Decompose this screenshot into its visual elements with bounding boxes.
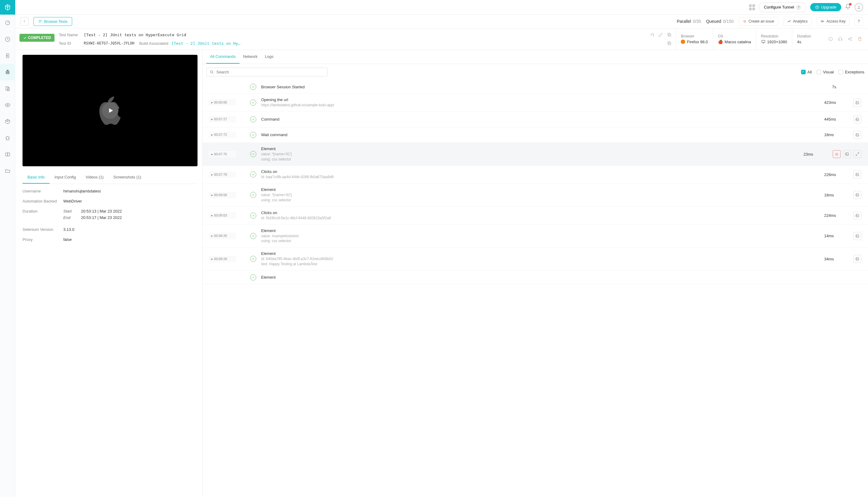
sidebar [0, 0, 15, 497]
timestamp-chip: ▸ 00:08:00 [209, 192, 236, 198]
apps-icon[interactable] [749, 4, 755, 10]
test-name-label: Test Name [59, 32, 80, 37]
sidebar-item-bugs[interactable] [0, 130, 15, 146]
svg-rect-32 [856, 133, 858, 136]
headset-icon[interactable] [837, 36, 844, 42]
tab-videos[interactable]: Videos (1) [80, 171, 108, 184]
sidebar-item-cube[interactable] [0, 113, 15, 130]
configure-tunnel-button[interactable]: Configure Tunnel? [759, 2, 807, 12]
filter-all[interactable]: All [801, 70, 812, 74]
video-player[interactable] [23, 55, 197, 166]
timestamp-chip: ▸ 00:07:27 [209, 116, 236, 123]
sidebar-item-realtime[interactable] [0, 31, 15, 47]
filter-visual[interactable]: Visual [816, 70, 834, 74]
screenshot-icon[interactable] [853, 171, 861, 179]
test-id-value: RSXWI-6ETG7-JQ5VL-JYLOH [84, 41, 134, 45]
command-row[interactable]: ▸ 00:07:78Clicks onid: baa7c4fb-aa4d-44b… [203, 166, 868, 184]
copy-icon[interactable] [666, 31, 673, 38]
sidebar-item-compare[interactable] [0, 146, 15, 162]
play-icon[interactable] [102, 102, 118, 119]
back-button[interactable] [20, 17, 29, 26]
resolution-cell: Resolution 1920×1080 [756, 28, 792, 49]
svg-point-4 [7, 72, 8, 73]
command-row[interactable]: ▸ 00:07:27Command445ms [203, 112, 868, 127]
timestamp-chip: ▸ 00:08:03 [209, 212, 236, 219]
logo[interactable] [0, 0, 15, 15]
command-row[interactable]: ▸ 00:07:72Wait command18ms [203, 127, 868, 143]
build-link[interactable]: [Test - 2] JUnit tests on Hy… [171, 41, 240, 46]
svg-rect-41 [856, 214, 858, 217]
screenshot-icon[interactable] [853, 115, 861, 123]
search-input[interactable] [216, 70, 324, 74]
timestamp-chip: ▸ 00:07:72 [209, 131, 236, 138]
tab-screenshots[interactable]: Screenshots (1) [108, 171, 146, 184]
screenshot-icon[interactable] [843, 150, 851, 158]
success-icon [250, 132, 256, 138]
command-row[interactable]: ▸ 00:08:03Clicks onid: f0d3fcc9-5e1c-46c… [203, 207, 868, 225]
search-input-wrapper[interactable] [206, 68, 327, 76]
share-icon[interactable] [847, 36, 853, 42]
sidebar-item-devices[interactable] [0, 81, 15, 97]
sidebar-item-visual[interactable] [0, 97, 15, 113]
command-row[interactable]: ▸ 00:08:28Elementid: 640da795-4bac-4b0f-… [203, 247, 868, 271]
avatar[interactable] [855, 3, 863, 12]
notifications-icon[interactable] [845, 4, 851, 11]
upgrade-button[interactable]: Upgrade [810, 3, 841, 11]
success-icon [250, 274, 256, 281]
sidebar-item-battery[interactable] [0, 47, 15, 64]
svg-rect-30 [856, 118, 858, 120]
tab-all-commands[interactable]: All Commands [206, 50, 239, 63]
svg-point-25 [851, 38, 852, 38]
analytics-button[interactable]: Analytics [783, 17, 812, 26]
start-label: Start [63, 209, 77, 213]
browse-tests-button[interactable]: Browse Tests [33, 17, 72, 26]
parallel-counter: Parallel0/35 [677, 19, 701, 24]
sort-icon[interactable] [649, 31, 656, 38]
command-row[interactable]: Browser Session Started7s [203, 80, 868, 94]
copy-build-icon[interactable] [666, 40, 673, 46]
success-icon [250, 192, 256, 198]
command-list: Browser Session Started7s▸ 00:00:00Openi… [203, 80, 868, 497]
screenshot-icon[interactable] [853, 212, 861, 219]
sidebar-item-folder[interactable] [0, 162, 15, 179]
build-label: Build Associated [139, 41, 168, 46]
svg-point-14 [744, 20, 745, 23]
command-row[interactable]: Element [203, 271, 868, 284]
sidebar-item-dashboard[interactable] [0, 15, 15, 31]
svg-point-24 [849, 39, 850, 40]
command-tabs: All Commands Network Logs [203, 50, 868, 64]
screenshot-icon[interactable] [853, 232, 861, 240]
command-row[interactable]: ▸ 00:00:00Opening the urlhttps://lambdat… [203, 94, 868, 112]
create-issue-button[interactable]: Create an issue [739, 17, 778, 26]
tab-basic-info[interactable]: Basic Info [23, 171, 49, 184]
svg-rect-43 [856, 235, 858, 237]
screenshot-icon[interactable] [853, 131, 861, 139]
info-icon[interactable] [827, 36, 834, 42]
tab-logs[interactable]: Logs [261, 50, 277, 63]
access-key-button[interactable]: Access Key [816, 17, 850, 26]
screenshot-icon[interactable] [853, 255, 861, 263]
sidebar-item-automation[interactable] [0, 64, 15, 81]
svg-rect-28 [856, 101, 858, 104]
timestamp-chip: ▸ 00:08:28 [209, 256, 236, 262]
svg-point-13 [858, 5, 859, 7]
expand-icon[interactable] [853, 150, 861, 158]
tab-input-config[interactable]: Input Config [49, 171, 80, 184]
delete-icon[interactable] [856, 36, 863, 42]
command-duration: 445ms [824, 117, 849, 122]
svg-rect-37 [856, 173, 858, 176]
test-id-label: Test ID [59, 41, 80, 46]
bug-icon[interactable] [833, 150, 841, 158]
screenshot-icon[interactable] [853, 99, 861, 106]
top-header: Configure Tunnel? Upgrade [15, 0, 868, 15]
command-row[interactable]: ▸ 00:08:00Elementvalue: *[name='li2']usi… [203, 184, 868, 207]
tab-network[interactable]: Network [239, 50, 262, 63]
help-button[interactable]: ? [854, 17, 863, 26]
filter-exceptions[interactable]: Exceptions [838, 70, 864, 74]
command-row[interactable]: ▸ 00:07:75Elementvalue: *[name='li1']usi… [203, 143, 868, 166]
edit-icon[interactable] [657, 31, 664, 38]
success-icon [250, 100, 256, 106]
command-row[interactable]: ▸ 00:08:26Elementvalue: #sampletodotextu… [203, 225, 868, 248]
screenshot-icon[interactable] [853, 191, 861, 199]
svg-point-34 [836, 153, 838, 155]
